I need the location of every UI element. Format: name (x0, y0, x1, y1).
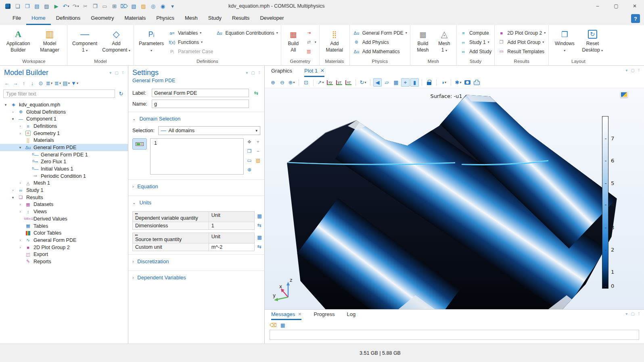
add-study-button[interactable]: ∞Add Study (460, 48, 491, 55)
model-manager-button[interactable]: ▥ModelManager (35, 26, 64, 58)
tab-definitions[interactable]: Definitions (51, 12, 86, 25)
tree-item-materials[interactable]: ⣿Materials (0, 137, 128, 144)
rotate-view-button[interactable]: ↻▾ (359, 78, 367, 87)
pin-panel-icon[interactable]: ⊺ (258, 71, 260, 75)
application-builder-button[interactable]: AApplicationBuilder (4, 26, 33, 58)
float-panel-icon[interactable]: ▢ (631, 312, 634, 316)
collapse-all-button[interactable]: ≣▾ (54, 79, 61, 87)
add-to-selection-button[interactable]: + (257, 139, 259, 145)
pin-panel-icon[interactable]: ⊺ (638, 312, 640, 316)
tab-results[interactable]: Results (227, 12, 255, 25)
unit-syntax-button[interactable]: ▦ (257, 213, 262, 219)
tab-study[interactable]: Study (203, 12, 227, 25)
name-input[interactable] (152, 100, 249, 108)
print-button[interactable] (473, 78, 481, 87)
tab-materials[interactable]: Materials (119, 12, 151, 25)
plot-canvas[interactable]: Surface: -u1 7 6 5 4 3 2 1 0 (265, 88, 644, 309)
tree-item-2d-plot-group-2[interactable]: ›■2D Plot Group 2 (0, 244, 128, 251)
section-dependent-variables[interactable]: ›Dependent Variables (128, 270, 264, 284)
box-select-button[interactable]: ▧ (129, 2, 138, 10)
tab-geometry[interactable]: Geometry (86, 12, 119, 25)
build-mesh-button[interactable]: ▦BuildMesh (413, 26, 433, 58)
show-color-legend-button[interactable]: ▮ (410, 78, 419, 87)
panel-menu-icon[interactable]: ▾ (625, 68, 627, 73)
domain-selection-list[interactable]: 1 (150, 138, 244, 175)
expander-icon[interactable]: › (18, 181, 23, 185)
equation-contributions-button[interactable]: ΔuEquation Contributions▾ (215, 29, 278, 37)
2d-plot-group-2-button[interactable]: ■2D Plot Group 2▾ (498, 29, 546, 37)
expander-icon[interactable]: › (18, 210, 23, 214)
image-snapshot-button[interactable] (463, 78, 472, 87)
plot-image-icon[interactable] (620, 92, 628, 98)
save-as-button[interactable]: ▨ (42, 2, 51, 10)
tree-item-general-form-pde-1[interactable]: ᴰ—General Form PDE 1 (0, 151, 128, 158)
tree-item-study-1[interactable]: ›∞Study 1 (0, 187, 128, 194)
help-button[interactable]: ? (631, 14, 640, 23)
zoom-in-button[interactable]: ⊕ (269, 78, 277, 87)
undo-button[interactable]: ↶▾ (61, 2, 71, 10)
message-table-button[interactable]: ▦ (280, 322, 285, 328)
go-to-view-button[interactable]: ↗▾ (316, 78, 325, 87)
tree-item-component-1[interactable]: ▾—Component 1 (0, 115, 128, 123)
zoom-extents-button[interactable]: ⊡ (302, 78, 310, 87)
minimize-button[interactable]: – (588, 0, 607, 12)
section-domain-selection[interactable]: ⌄Domain Selection (128, 112, 264, 125)
copy-selection-button[interactable]: ❐ (247, 148, 252, 154)
find-button[interactable]: ◎ (148, 2, 158, 10)
expander-icon[interactable]: ▾ (3, 103, 8, 107)
compute-button[interactable]: =Compute (460, 29, 491, 37)
expander-icon[interactable]: ▾ (10, 196, 15, 200)
search-button[interactable]: ◉ (158, 2, 167, 10)
tab-plot-1[interactable]: Plot 1✕ (304, 66, 324, 77)
expander-icon[interactable]: › (18, 245, 23, 250)
variables-button[interactable]: a=Variables▾ (168, 29, 213, 37)
expander-icon[interactable]: › (18, 238, 23, 242)
paste-button[interactable]: ▭ (100, 2, 109, 10)
panel-menu-icon[interactable]: ▾ (625, 312, 627, 316)
messages-output-area[interactable] (270, 330, 639, 340)
tab-mesh[interactable]: Mesh (180, 12, 203, 25)
import-geometry-button[interactable]: ⇥ (305, 29, 316, 37)
float-panel-icon[interactable]: ▢ (631, 68, 634, 73)
close-button[interactable]: ✕ (625, 0, 644, 12)
tab-graphics[interactable]: Graphics (271, 66, 292, 77)
expand-all-button[interactable]: ≣▾ (46, 79, 53, 87)
expander-icon[interactable]: › (10, 188, 15, 192)
section-equation[interactable]: ›Equation (128, 179, 264, 193)
go-back-button[interactable]: ← (3, 79, 10, 87)
tree-item-periodic-condition-1[interactable]: ⊸Periodic Condition 1 (0, 173, 128, 180)
run-button[interactable]: ▶ (52, 2, 61, 10)
general-form-pde-button[interactable]: ΔuGeneral Form PDE▾ (353, 29, 407, 37)
pin-panel-icon[interactable]: ⊺ (638, 68, 640, 73)
add-component-button[interactable]: ◇AddComponent ▾ (102, 26, 131, 58)
environment-button[interactable]: ◑▾ (439, 78, 448, 87)
tree-item-global-definitions[interactable]: ›⊕Global Definitions (0, 108, 128, 116)
section-units[interactable]: ⌄Units (128, 196, 264, 209)
unit-order-button[interactable]: ⇆ (257, 222, 262, 228)
filter-button[interactable]: ▼▾ (71, 79, 78, 87)
close-tab-icon[interactable]: ✕ (320, 68, 324, 73)
scene-light-button[interactable]: ◀ (373, 78, 382, 87)
mesh-1-button[interactable]: ◬Mesh1 ▾ (435, 26, 454, 58)
go-forward-button[interactable]: → (12, 79, 19, 87)
model-tree-nodes-button[interactable]: ▤▾ (63, 79, 70, 87)
tree-item-results[interactable]: ▾❏Results (0, 194, 128, 201)
tree-item-export[interactable]: ◫Export (0, 251, 128, 258)
domain-list-item[interactable]: 1 (154, 140, 157, 146)
tab-file[interactable]: File (7, 12, 26, 25)
clear-selection-button[interactable]: ▨ (139, 2, 148, 10)
result-templates-button[interactable]: ▭Result Templates (498, 48, 546, 55)
label-input[interactable] (152, 89, 249, 97)
clear-messages-button[interactable]: ⌫ (270, 322, 277, 328)
remove-from-selection-button[interactable]: − (257, 148, 259, 154)
float-panel-icon[interactable]: ▢ (115, 71, 118, 75)
tree-item-root[interactable]: ▾◈kdv_equation.mph (0, 101, 128, 108)
paste-special-button[interactable]: ⊞ (110, 2, 119, 10)
unit-order-button[interactable]: ⇆ (257, 243, 262, 250)
quantity-cell[interactable]: Custom unit (133, 243, 209, 251)
tab-progress[interactable]: Progress (314, 310, 335, 320)
save-button[interactable]: ▤ (32, 2, 42, 10)
maximize-button[interactable]: ▢ (607, 0, 625, 12)
tree-item-results-general-form-pde[interactable]: ›∿General Form PDE (0, 237, 128, 244)
component-1-button[interactable]: —Component1 ▾ (70, 26, 99, 58)
